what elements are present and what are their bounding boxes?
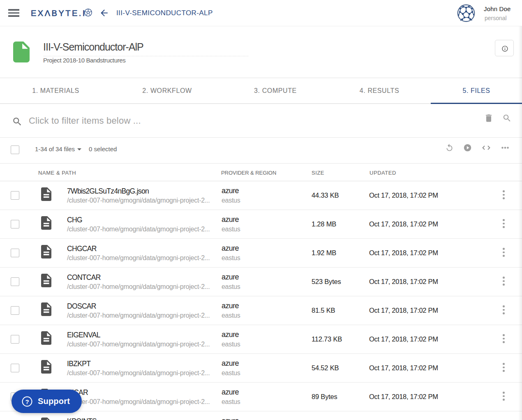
- svg-text:?: ?: [25, 398, 29, 405]
